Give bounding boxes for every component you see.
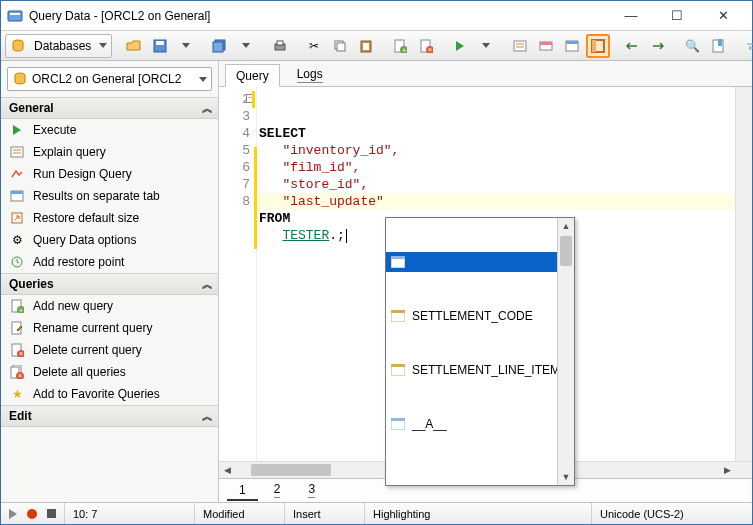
svg-rect-46 xyxy=(391,256,405,259)
line-number: 5 xyxy=(219,142,250,159)
sidebar-item-add-query[interactable]: +Add new query xyxy=(1,295,218,317)
execute-button[interactable] xyxy=(448,34,472,58)
autocomplete-item[interactable]: SETTLEMENT_CODE xyxy=(386,306,574,326)
nav-forward-button[interactable] xyxy=(646,34,670,58)
svg-text:+: + xyxy=(19,307,23,313)
code-content[interactable]: SELECT "inventory_id", "film_id", "store… xyxy=(257,87,735,461)
encoding-status[interactable]: Unicode (UCS-2) xyxy=(592,503,752,524)
execute-dropdown[interactable] xyxy=(474,34,498,58)
maximize-button[interactable]: ☐ xyxy=(654,2,700,30)
section-edit-header[interactable]: Edit ︽ xyxy=(1,405,218,427)
code-editor[interactable]: − 2 3 4 5 6 7 8 SELECT "inventory_id", "… xyxy=(219,87,752,461)
explain-icon xyxy=(512,38,528,54)
sidebar-item-explain[interactable]: Explain query xyxy=(1,141,218,163)
scroll-thumb[interactable] xyxy=(251,464,331,476)
tab-query[interactable]: Query xyxy=(225,64,280,87)
design-button[interactable] xyxy=(534,34,558,58)
sidebar-item-run-design[interactable]: Run Design Query xyxy=(1,163,218,185)
explain-button[interactable] xyxy=(508,34,532,58)
connection-selector[interactable]: ORCL2 on General [ORCL2 xyxy=(7,67,212,91)
autocomplete-item[interactable] xyxy=(386,252,574,272)
save-dropdown[interactable] xyxy=(174,34,198,58)
page-tab-2[interactable]: 2 xyxy=(262,480,293,501)
sidebar-item-label: Add restore point xyxy=(33,255,124,269)
page-tab-1[interactable]: 1 xyxy=(227,481,258,501)
bookmark-button[interactable] xyxy=(706,34,730,58)
svg-rect-50 xyxy=(391,364,405,367)
section-title: General xyxy=(9,101,54,115)
autocomplete-label: SETTLEMENT_CODE xyxy=(412,308,533,325)
sidebar-item-label: Rename current query xyxy=(33,321,152,335)
sidebar-item-options[interactable]: ⚙Query Data options xyxy=(1,229,218,251)
page-tab-3[interactable]: 3 xyxy=(296,480,327,501)
sidebar-item-delete-all[interactable]: ×Delete all queries xyxy=(1,361,218,383)
highlighting-status[interactable]: Highlighting xyxy=(365,503,592,524)
sidebar-item-execute[interactable]: Execute xyxy=(1,119,218,141)
extra-1-button[interactable] xyxy=(740,34,753,58)
sidebar-item-label: Query Data options xyxy=(33,233,136,247)
scroll-down-icon[interactable]: ▼ xyxy=(558,469,574,485)
code-string: "last_update" xyxy=(259,194,384,209)
svg-rect-8 xyxy=(277,41,283,45)
close-button[interactable]: ✕ xyxy=(700,2,746,30)
delete-query-icon: × xyxy=(9,342,25,358)
sidebar-item-rename-query[interactable]: Rename current query xyxy=(1,317,218,339)
scroll-up-icon[interactable]: ▲ xyxy=(558,218,574,234)
macro-stop-button[interactable] xyxy=(47,509,56,518)
section-queries-header[interactable]: Queries ︽ xyxy=(1,273,218,295)
code-string: "inventory_id", xyxy=(259,143,399,158)
save-button[interactable] xyxy=(148,34,172,58)
insert-mode[interactable]: Insert xyxy=(285,503,365,524)
editor-vscrollbar[interactable] xyxy=(735,87,752,461)
chevron-down-icon xyxy=(199,77,207,82)
connection-label: ORCL2 on General [ORCL2 xyxy=(32,72,195,86)
restore-size-icon xyxy=(9,210,25,226)
add-query-icon: + xyxy=(9,298,25,314)
sidebar-item-delete-query[interactable]: ×Delete current query xyxy=(1,339,218,361)
line-number: 8 xyxy=(219,193,250,210)
delete-query-button[interactable]: × xyxy=(414,34,438,58)
sidebar-item-favorite[interactable]: ★Add to Favorite Queries xyxy=(1,383,218,405)
nav-back-button[interactable] xyxy=(620,34,644,58)
chevron-down-icon xyxy=(482,43,490,48)
section-general-header[interactable]: General ︽ xyxy=(1,97,218,119)
svg-text:×: × xyxy=(19,350,23,357)
page-label: 2 xyxy=(274,482,281,496)
autocomplete-item[interactable]: __A__ xyxy=(386,414,574,434)
minimize-button[interactable]: — xyxy=(608,2,654,30)
sidebar-item-results-tab[interactable]: Results on separate tab xyxy=(1,185,218,207)
tab-label: Query xyxy=(236,69,269,83)
sidebar-item-restore-point[interactable]: Add restore point xyxy=(1,251,218,273)
code-string: "film_id", xyxy=(259,160,360,175)
copy-button[interactable] xyxy=(328,34,352,58)
find-button[interactable]: 🔍 xyxy=(680,34,704,58)
macro-record-button[interactable] xyxy=(27,509,37,519)
autocomplete-item[interactable]: SETTLEMENT_LINE_ITEM xyxy=(386,360,574,380)
sidebar-item-restore-size[interactable]: Restore default size xyxy=(1,207,218,229)
database-icon xyxy=(10,38,26,54)
scroll-left-icon[interactable]: ◀ xyxy=(219,462,235,478)
databases-dropdown[interactable]: Databases xyxy=(5,34,112,58)
database-icon xyxy=(12,71,28,87)
toggle-panel-button[interactable] xyxy=(586,34,610,58)
autocomplete-scrollbar[interactable]: ▲ ▼ xyxy=(557,218,574,485)
status-text: 10: 7 xyxy=(73,508,97,520)
tab-logs[interactable]: Logs xyxy=(286,62,334,86)
svg-rect-29 xyxy=(11,147,23,157)
results-tab-button[interactable] xyxy=(560,34,584,58)
svg-rect-12 xyxy=(363,43,369,50)
new-query-button[interactable]: + xyxy=(388,34,412,58)
save-all-dropdown[interactable] xyxy=(234,34,258,58)
paste-button[interactable] xyxy=(354,34,378,58)
open-button[interactable] xyxy=(122,34,146,58)
scroll-thumb[interactable] xyxy=(560,236,572,266)
nav-back-icon xyxy=(624,38,640,54)
collapse-icon: ︽ xyxy=(202,277,210,292)
save-all-button[interactable] xyxy=(208,34,232,58)
play-icon xyxy=(456,41,464,51)
scroll-right-icon[interactable]: ▶ xyxy=(719,462,735,478)
status-text: Highlighting xyxy=(373,508,430,520)
cut-button[interactable]: ✂ xyxy=(302,34,326,58)
print-button[interactable] xyxy=(268,34,292,58)
macro-play-button[interactable] xyxy=(9,509,17,519)
